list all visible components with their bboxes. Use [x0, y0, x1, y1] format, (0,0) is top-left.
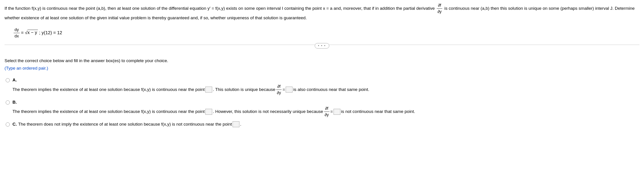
instruction-text: Select the correct choice below and fill…	[4, 58, 640, 64]
label-a: A.	[12, 77, 640, 83]
choice-a-partial: ∂f ∂y	[276, 83, 282, 96]
choice-b-box2[interactable]	[334, 109, 340, 115]
sqrt-expression: √x − y	[25, 30, 38, 35]
radio-b[interactable]	[6, 100, 10, 105]
choice-c-box1[interactable]	[232, 121, 240, 127]
choice-a-t1: The theorem implies the existence of at …	[12, 86, 205, 93]
choice-c-t1: The theorem does not imply the existence…	[18, 121, 232, 128]
hint-text: (Type an ordered pair.)	[4, 65, 640, 72]
radio-c[interactable]	[6, 122, 10, 127]
problem-statement: If the function f(x,y) is continuous nea…	[4, 2, 640, 21]
choice-b-t1: The theorem implies the existence of at …	[12, 108, 205, 115]
initial-condition: ; y(12) = 12	[39, 30, 62, 35]
partial-fraction: ∂f ∂y	[437, 2, 442, 15]
choice-a-t4: is also continuous near that same point.	[293, 86, 369, 93]
choice-a-box2[interactable]	[286, 87, 292, 93]
choice-a-eq: =	[282, 86, 285, 93]
problem-part1: If the function f(x,y) is continuous nea…	[4, 6, 436, 11]
choice-b-eq: =	[330, 108, 333, 115]
label-b: B.	[12, 99, 640, 106]
equals-sign: =	[21, 30, 25, 35]
choice-a-t2: . This solution is unique because	[213, 86, 275, 93]
radio-a[interactable]	[6, 78, 10, 82]
choice-a-box1[interactable]	[205, 87, 212, 93]
choice-c: C. The theorem does not imply the existe…	[4, 121, 640, 128]
choice-a: A. The theorem implies the existence of …	[4, 77, 640, 96]
ivp-equation: dy dx = √x − y ; y(12) = 12	[14, 27, 640, 39]
choice-b: B. The theorem implies the existence of …	[4, 99, 640, 118]
choice-b-partial: ∂f ∂y	[324, 105, 330, 118]
choice-c-t2: .	[240, 121, 241, 128]
choice-b-box1[interactable]	[205, 109, 212, 115]
separator: • • •	[4, 45, 640, 51]
label-c: C.	[12, 121, 17, 128]
expand-pill[interactable]: • • •	[315, 43, 329, 48]
dy-dx-fraction: dy dx	[14, 27, 20, 39]
choice-b-t4: is not continuous near that same point.	[341, 108, 415, 115]
choice-b-t2: . However, this solution is not necessar…	[213, 108, 323, 115]
